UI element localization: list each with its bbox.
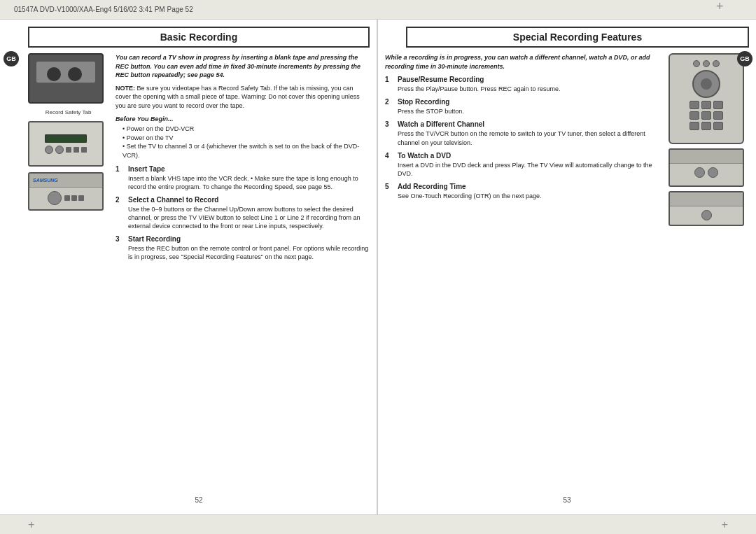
- left-step-1: 1 Insert Tape Insert a blank VHS tape in…: [115, 164, 370, 191]
- remote-num-6: [713, 111, 723, 120]
- right-panel-inner: GB Special Recording Features While a re…: [378, 20, 756, 514]
- right-step-4-header: 4 To Watch a DVD: [385, 151, 662, 161]
- bullet-item-2: Power on the TV: [122, 134, 370, 143]
- page-wrapper: 01547A DVD-V1000/XAA-Eng4 5/16/02 3:41 P…: [0, 0, 756, 534]
- right-step-1-body: Press the Play/Pause button. Press REC a…: [385, 85, 662, 93]
- bottom-crosshair-right: +: [722, 519, 728, 531]
- left-step-1-body: Insert a blank VHS tape into the VCR dec…: [115, 174, 370, 191]
- dvd-sm-btn-1: [64, 195, 70, 201]
- bullet-item-1: Power on the DVD-VCR: [122, 125, 370, 134]
- dvd-player-image: SAMSUNG: [28, 172, 104, 211]
- right-vcr-top: [670, 150, 743, 164]
- remote-top-buttons: [693, 60, 720, 67]
- remote-btn-3: [713, 60, 720, 67]
- left-step-3-title: Start Recording: [128, 234, 181, 244]
- right-step-5-body: See One-Touch Recording (OTR) on the nex…: [385, 192, 662, 200]
- note-text: NOTE: Be sure you videotape has a Record…: [115, 84, 370, 111]
- dvd-btn-group: [64, 195, 84, 201]
- left-step-3-header: 3 Start Recording: [115, 234, 370, 244]
- left-step-1-num: 1: [115, 164, 124, 174]
- before-begin-list: Power on the DVD-VCR Power on the TV Set…: [115, 125, 370, 160]
- right-step-2-header: 2 Stop Recording: [385, 97, 662, 107]
- right-step-2-num: 2: [385, 97, 393, 107]
- right-step-5-num: 5: [385, 182, 393, 192]
- before-begin-label: Before You Begin...: [115, 115, 370, 124]
- vcr-btn-1: [45, 146, 53, 154]
- right-section-title: Special Recording Features: [406, 27, 749, 48]
- right-images-column: [668, 53, 749, 493]
- right-step-3: 3 Watch a Different Channel Press the TV…: [385, 120, 662, 146]
- vhs-cassette-image: [28, 53, 104, 104]
- vcr-panel-image: [28, 121, 104, 167]
- samsung-logo: SAMSUNG: [33, 178, 58, 183]
- left-section-title: Basic Recording: [28, 27, 370, 48]
- right-step-2-body: Press the STOP button.: [385, 107, 662, 115]
- dvd-top-bar: SAMSUNG: [29, 174, 102, 188]
- dvd-circle-btn: [48, 191, 62, 205]
- right-step-5: 5 Add Recording Time See One-Touch Recor…: [385, 182, 662, 200]
- right-step-2: 2 Stop Recording Press the STOP button.: [385, 97, 662, 115]
- right-step-5-header: 5 Add Recording Time: [385, 182, 662, 192]
- right-vcr-btn-2: [708, 167, 718, 178]
- left-step-1-title: Insert Tape: [128, 164, 165, 174]
- right-step-1-num: 1: [385, 75, 393, 85]
- right-step-4-num: 4: [385, 151, 393, 161]
- left-step-3-num: 3: [115, 234, 124, 244]
- top-bar: 01547A DVD-V1000/XAA-Eng4 5/16/02 3:41 P…: [0, 0, 756, 20]
- left-step-2-body: Use the 0–9 buttons or the Channel Up/Do…: [115, 205, 370, 230]
- left-panel-inner: GB Basic Recording Record Safety Tab: [0, 20, 377, 514]
- main-content: GB Basic Recording Record Safety Tab: [0, 20, 756, 514]
- left-step-2: 2 Select a Channel to Record Use the 0–9…: [115, 195, 370, 230]
- left-panel: GB Basic Recording Record Safety Tab: [0, 20, 378, 514]
- left-text-column: You can record a TV show in progress by …: [115, 53, 370, 493]
- left-step-2-title: Select a Channel to Record: [128, 195, 218, 205]
- remote-num-2: [701, 101, 711, 109]
- right-text-column: While a recording is in progress, you ca…: [385, 53, 662, 493]
- right-step-3-num: 3: [385, 120, 393, 129]
- right-intro-text: While a recording is in progress, you ca…: [385, 53, 662, 71]
- right-step-1: 1 Pause/Resume Recording Press the Play/…: [385, 75, 662, 93]
- right-dvd-btn-1: [701, 210, 712, 220]
- remote-num-1: [690, 101, 699, 109]
- right-step-1-title: Pause/Resume Recording: [398, 75, 484, 85]
- remote-btn-2: [703, 60, 710, 67]
- right-step-4-title: To Watch a DVD: [398, 151, 451, 161]
- right-vcr-image: [668, 148, 744, 187]
- note-body: Be sure you videotape has a Record Safet…: [115, 85, 360, 109]
- left-step-3: 3 Start Recording Press the REC button o…: [115, 234, 370, 261]
- left-images-column: Record Safety Tab: [28, 53, 108, 493]
- left-step-2-num: 2: [115, 195, 124, 205]
- top-bar-text: 01547A DVD-V1000/XAA-Eng4 5/16/02 3:41 P…: [14, 6, 700, 13]
- record-safety-label: Record Safety Tab: [28, 109, 108, 115]
- remote-num-7: [690, 122, 699, 130]
- vcr-buttons-row: [45, 146, 87, 154]
- left-intro-text: You can record a TV show in progress by …: [115, 53, 370, 80]
- right-dvd-btns: [670, 206, 743, 224]
- remote-control-image: [668, 53, 744, 144]
- right-step-3-header: 3 Watch a Different Channel: [385, 120, 662, 129]
- vcr-btn-small-2: [74, 147, 79, 153]
- gb-badge-left: GB: [4, 51, 19, 66]
- right-dvd-top: [670, 192, 743, 206]
- left-content-area: Record Safety Tab: [28, 53, 370, 493]
- dvd-bottom-area: [29, 188, 102, 209]
- remote-num-3: [713, 101, 723, 109]
- crosshair-top: [714, 3, 728, 17]
- dvd-sm-btn-2: [71, 195, 77, 201]
- remote-btn-1: [693, 60, 700, 67]
- right-panel: GB Special Recording Features While a re…: [378, 20, 756, 514]
- left-step-1-header: 1 Insert Tape: [115, 164, 370, 174]
- remote-nav-inner: [701, 78, 712, 90]
- bottom-bar: + +: [0, 514, 756, 534]
- right-vcr-btns: [670, 164, 743, 181]
- right-dvd-image: [668, 191, 744, 226]
- left-step-2-header: 2 Select a Channel to Record: [115, 195, 370, 205]
- right-step-3-body: Press the TV/VCR button on the remote to…: [385, 129, 662, 146]
- vcr-btn-small-3: [81, 147, 87, 153]
- right-step-4: 4 To Watch a DVD Insert a DVD in the DVD…: [385, 151, 662, 178]
- remote-num-4: [690, 111, 699, 120]
- right-page-number: 53: [385, 493, 749, 507]
- bullet-item-3: Set the TV to channel 3 or 4 (whichever …: [122, 142, 370, 160]
- remote-number-grid: [690, 101, 723, 130]
- left-page-number: 52: [28, 493, 370, 507]
